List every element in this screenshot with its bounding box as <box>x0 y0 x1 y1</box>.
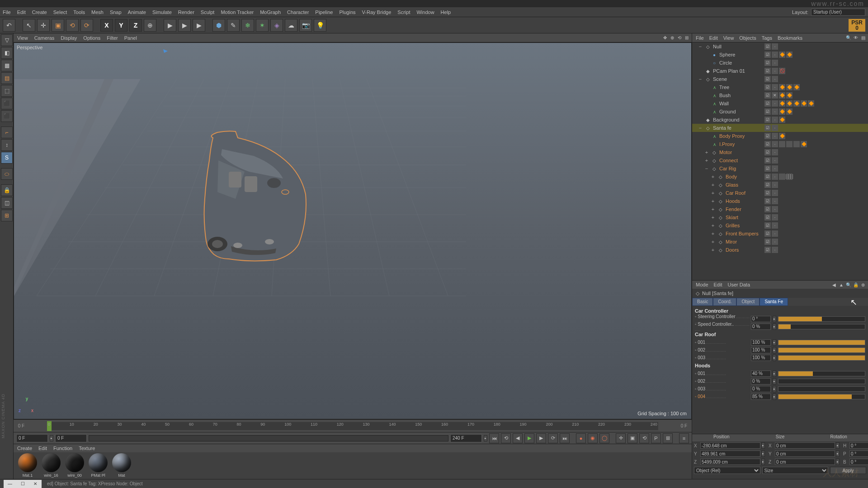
next-frame-button[interactable]: ▶ <box>536 433 546 443</box>
undo-button[interactable]: ↶ <box>3 19 15 32</box>
menu-character[interactable]: Character <box>287 9 309 15</box>
snap-toggle[interactable]: S <box>1 152 13 164</box>
workplane-mode[interactable]: ▤ <box>1 72 13 84</box>
vp-layout-icon[interactable]: ⊞ <box>684 35 690 41</box>
menu-sculpt[interactable]: Sculpt <box>201 9 215 15</box>
win-min-icon[interactable]: — <box>4 480 16 488</box>
rotate-tool[interactable]: ⟲ <box>66 19 79 32</box>
tree-item-circle[interactable]: ○Circle☑· <box>692 59 868 67</box>
timeline[interactable]: 0 F 010203040506070809010011012013014015… <box>14 419 692 432</box>
tree-item-grilles[interactable]: +◇Grilles☑· <box>692 221 868 230</box>
vpmenu-panel[interactable]: Panel <box>124 35 137 41</box>
menu-help[interactable]: Help <box>441 9 451 15</box>
tree-item-front-bumpers[interactable]: +◇Front Bumpers☑· <box>692 230 868 238</box>
record-button[interactable]: ● <box>576 433 586 443</box>
deformer-tool[interactable]: ◈ <box>270 19 283 32</box>
camera-tool[interactable]: 📷 <box>299 19 312 32</box>
last-tool[interactable]: ⟳ <box>80 19 93 32</box>
vp-rotate-icon[interactable]: ⟲ <box>676 35 683 41</box>
poly-mode[interactable]: ⬛ <box>1 110 13 122</box>
attrmenu-user-data[interactable]: User Data <box>728 282 750 287</box>
tree-item-doors[interactable]: +◇Doors☑· <box>692 246 868 254</box>
timeline-button[interactable]: ≡ <box>679 433 689 443</box>
model-mode[interactable]: ◧ <box>1 47 13 59</box>
attrmenu-edit[interactable]: Edit <box>714 282 722 287</box>
objmenu-edit[interactable]: Edit <box>709 35 718 41</box>
tree-item-skiart[interactable]: +◇Skiart☑· <box>692 213 868 221</box>
tree-item-glass[interactable]: +◇Glass☑· <box>692 181 868 189</box>
coord-system[interactable]: ⊕ <box>144 19 156 32</box>
autokey-button[interactable]: ◉ <box>588 433 598 443</box>
point-mode[interactable]: ⬚ <box>1 85 13 97</box>
attr-new-icon[interactable]: ⊕ <box>860 282 866 288</box>
objmenu-bookmarks[interactable]: Bookmarks <box>778 35 802 41</box>
object-tree[interactable]: −◇Null☑·●Sphere☑·🔶🔶○Circle☑·◆PCam Plan 0… <box>692 42 868 280</box>
environment-tool[interactable]: ☁ <box>285 19 297 32</box>
tree-item-tree[interactable]: ⋏Tree☑·🔶🔶🔶 <box>692 83 868 91</box>
workplane-tool[interactable]: ⬭ <box>1 168 13 180</box>
frame-end-input[interactable] <box>450 434 482 442</box>
frame-start-input[interactable] <box>16 434 48 442</box>
tree-item-hoods[interactable]: +◇Hoods☑· <box>692 197 868 205</box>
tree-item-scene[interactable]: −◇Scene☑· <box>692 75 868 83</box>
vpmenu-display[interactable]: Display <box>61 35 77 41</box>
tab-basic[interactable]: Basic <box>692 298 713 306</box>
light-tool[interactable]: 💡 <box>314 19 326 32</box>
menu-mograph[interactable]: MoGraph <box>260 9 281 15</box>
attrmenu-mode[interactable]: Mode <box>696 282 708 287</box>
tree-item-body[interactable]: +◇Body☑·┊┊┊┊ <box>692 173 868 181</box>
goto-end-button[interactable]: ⏭ <box>560 433 570 443</box>
render-settings[interactable]: ▶ <box>193 19 205 32</box>
vpmenu-options[interactable]: Options <box>83 35 100 41</box>
play-button[interactable]: ▶ <box>524 433 534 443</box>
vp-zoom-icon[interactable]: ⊕ <box>669 35 675 41</box>
matmenu-create[interactable]: Create <box>17 446 32 451</box>
tree-item-null[interactable]: −◇Null☑· <box>692 42 868 51</box>
material-Mat.1[interactable]: Mat.1 <box>16 453 39 478</box>
objmenu-view[interactable]: View <box>723 35 734 41</box>
tree-item-body-proxy[interactable]: ⋏Body Proxy☑·🔶 <box>692 132 868 140</box>
anim-tool[interactable]: ⊞ <box>1 210 13 221</box>
menu-motion-tracker[interactable]: Motion Tracker <box>221 9 254 15</box>
menu-select[interactable]: Select <box>53 9 67 15</box>
cube-primitive[interactable]: ⬢ <box>212 19 225 32</box>
nurbs-tool[interactable]: ❄ <box>241 19 254 32</box>
objmenu-tags[interactable]: Tags <box>762 35 772 41</box>
keyframe-button[interactable]: ◯ <box>599 433 609 443</box>
axis-tool[interactable]: ⌐ <box>1 127 13 138</box>
attr-lock-icon[interactable]: 🔒 <box>853 282 859 288</box>
menu-window[interactable]: Window <box>416 9 434 15</box>
coord-mode-select[interactable]: Object (Rel) <box>694 467 760 474</box>
edge-mode[interactable]: ⬛ <box>1 98 13 109</box>
tree-item-i.proxy[interactable]: ⋏I.Proxy☑·🔶 <box>692 140 868 148</box>
attr-back-icon[interactable]: ◀ <box>831 282 837 288</box>
z-axis-lock[interactable]: Z <box>129 19 142 32</box>
vpmenu-view[interactable]: View <box>17 35 28 41</box>
matmenu-texture[interactable]: Texture <box>79 446 95 451</box>
obj-filter-icon[interactable]: ▤ <box>860 35 866 41</box>
move-tool[interactable]: ✛ <box>37 19 50 32</box>
attr-search-icon[interactable]: 🔍 <box>845 282 852 288</box>
tree-item-sphere[interactable]: ●Sphere☑·🔶🔶 <box>692 51 868 59</box>
render-view[interactable]: ▶ <box>164 19 176 32</box>
menu-plugins[interactable]: Plugins <box>339 9 355 15</box>
tree-item-fender[interactable]: +◇Fender☑· <box>692 205 868 213</box>
material-wire_00[interactable]: wire_00 <box>63 453 86 478</box>
menu-snap[interactable]: Snap <box>110 9 122 15</box>
tree-item-connect[interactable]: +◇Connect☑· <box>692 156 868 164</box>
material-PMat Pl[interactable]: PMat Pl <box>87 453 109 478</box>
tree-item-pcam-plan-01[interactable]: ◆PCam Plan 01☑·🚫 <box>692 67 868 75</box>
tree-item-motor[interactable]: +◇Motor☑· <box>692 148 868 156</box>
win-close-icon[interactable]: ✕ <box>29 480 42 488</box>
menu-animate[interactable]: Animate <box>128 9 146 15</box>
frame-spin[interactable]: ▸ <box>50 435 53 441</box>
texture-mode[interactable]: ▦ <box>1 60 13 71</box>
tab-santafe[interactable]: Santa Fe <box>760 298 788 306</box>
key-scale-button[interactable]: ▣ <box>627 433 637 443</box>
tab-coord[interactable]: Coord. <box>713 298 736 306</box>
tree-item-wall[interactable]: ⋏Wall☑·🔶🔶🔶🔶🔶 <box>692 99 868 108</box>
viewport-solo[interactable]: ◫ <box>1 197 13 209</box>
win-max-icon[interactable]: ☐ <box>16 480 29 488</box>
menu-v-ray-bridge[interactable]: V-Ray Bridge <box>362 9 392 15</box>
obj-search-icon[interactable]: 🔍 <box>845 35 852 41</box>
